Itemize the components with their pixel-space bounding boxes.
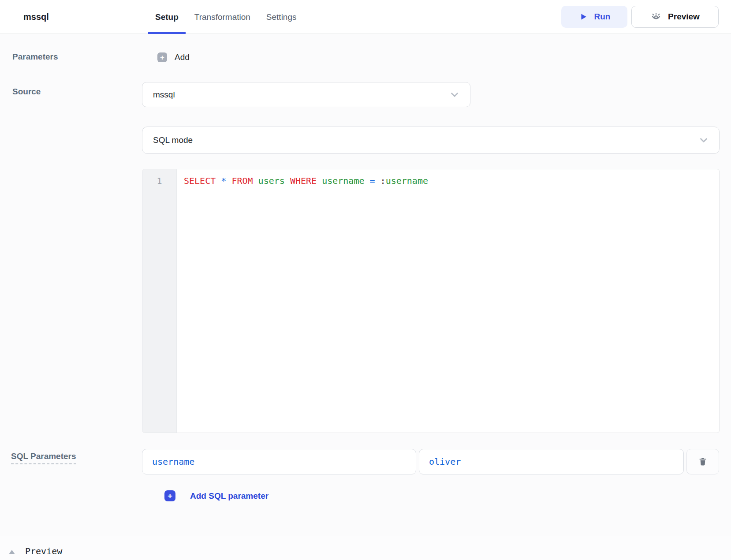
preview-panel-header: [0, 535, 731, 560]
query-mode-select[interactable]: SQL mode: [142, 127, 720, 154]
code-token: *: [221, 175, 226, 186]
sql-parameters-label: SQL Parameters: [11, 452, 76, 464]
code-token: username: [386, 175, 428, 186]
code-line: SELECT * FROM users WHERE username = :us…: [184, 175, 719, 186]
code-editor[interactable]: 1 SELECT * FROM users WHERE username = :…: [142, 169, 720, 433]
source-select[interactable]: mssql: [142, 82, 470, 107]
code-token: users: [258, 175, 285, 186]
code-token: :: [380, 175, 386, 186]
code-token: [253, 175, 258, 186]
add-sql-parameter-button[interactable]: + Add SQL parameter: [164, 490, 269, 501]
header-actions: Run Preview: [561, 6, 719, 28]
chevron-down-icon: [449, 89, 460, 101]
trash-icon: [698, 456, 708, 467]
code-token: username: [322, 175, 364, 186]
code-token: [285, 175, 290, 186]
add-sql-parameter-label: Add SQL parameter: [190, 491, 269, 501]
header: mssql Setup Transformation Settings Run: [0, 0, 731, 34]
param-key-input[interactable]: [142, 449, 416, 474]
query-mode-select-value: SQL mode: [142, 135, 193, 145]
query-editor-page: mssql Setup Transformation Settings Run: [0, 0, 731, 560]
code-token: WHERE: [290, 175, 317, 186]
parameters-label: Parameters: [12, 52, 58, 62]
tab-setup[interactable]: Setup: [148, 0, 186, 34]
tab-transformation[interactable]: Transformation: [187, 0, 257, 34]
collapse-up-icon[interactable]: [9, 550, 15, 554]
code-token: SELECT: [184, 175, 216, 186]
add-parameter-label: Add: [175, 52, 190, 62]
plus-icon: +: [164, 490, 175, 501]
editor-code-area: SELECT * FROM users WHERE username = :us…: [177, 169, 719, 433]
preview-button[interactable]: Preview: [631, 6, 719, 28]
code-token: [364, 175, 369, 186]
run-button[interactable]: Run: [561, 6, 627, 28]
editor-gutter: 1: [142, 169, 177, 433]
code-token: [317, 175, 322, 186]
param-value-input[interactable]: [419, 449, 684, 474]
page-title: mssql: [23, 0, 49, 34]
code-token: FROM: [231, 175, 253, 186]
plus-icon: +: [157, 52, 167, 62]
source-label: Source: [12, 87, 41, 97]
line-number: 1: [142, 175, 176, 186]
code-token: [216, 175, 221, 186]
tab-bar: Setup Transformation Settings: [148, 0, 304, 34]
code-token: [375, 175, 380, 186]
run-button-label: Run: [594, 12, 611, 22]
preview-button-label: Preview: [668, 12, 700, 22]
code-token: [226, 175, 231, 186]
source-select-value: mssql: [142, 90, 175, 100]
tab-settings[interactable]: Settings: [259, 0, 304, 34]
preview-panel-label: Preview: [25, 546, 62, 556]
code-token: =: [370, 175, 375, 186]
delete-param-button[interactable]: [686, 449, 719, 474]
eye-icon: [650, 11, 662, 22]
play-icon: [578, 12, 588, 22]
chevron-down-icon: [698, 134, 709, 146]
add-parameter-button[interactable]: + Add: [157, 52, 190, 62]
